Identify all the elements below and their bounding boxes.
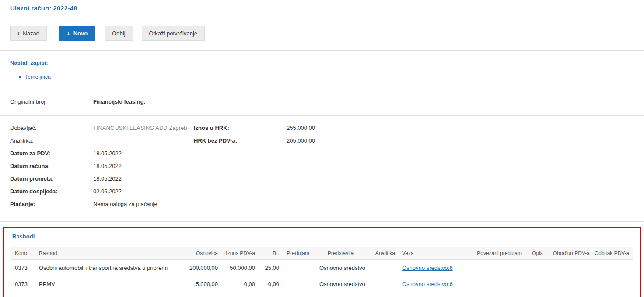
predujam-checkbox[interactable] xyxy=(295,281,301,287)
cell-odbitak-pdv xyxy=(591,260,633,276)
payment-value: Nema naloga za plaćanje xyxy=(93,200,158,209)
cell-opis xyxy=(525,260,550,276)
field-row-vat-date: Datum za PDV: 18.05.2022 xyxy=(10,149,194,158)
cell-iznos-pdv: 0,00 xyxy=(221,276,259,292)
column-header-predujam: Predujam xyxy=(283,247,313,260)
column-header-iznos-pdv: Iznos PDV-a xyxy=(221,247,259,260)
hrk-without-vat-value: 205.000,00 xyxy=(287,136,315,145)
cell-predujam xyxy=(283,276,313,292)
expenses-section-highlighted: Rashodi Konto Rashod Osnovica Iznos PDV-… xyxy=(3,227,641,297)
invoice-details-section: Dobavljač: FINANCIJSKI LEASING ADD Zagre… xyxy=(0,116,644,221)
cell-osnovica: 5.000,00 xyxy=(175,276,221,292)
supplier-value: FINANCIJSKI LEASING ADD Zagreb xyxy=(93,124,187,133)
amount-hrk-value: 255.000,00 xyxy=(287,124,315,133)
cell-konto: 0373 xyxy=(11,276,35,292)
field-label: Iznos u HRK: xyxy=(194,124,287,133)
cell-br: 0,00 xyxy=(259,276,283,292)
list-item: Temeljnica xyxy=(19,73,634,81)
column-header-konto: Konto xyxy=(11,247,35,260)
back-button[interactable]: ‹ Nazad xyxy=(10,26,47,41)
cell-br: 25,00 xyxy=(259,260,283,276)
bullet-icon xyxy=(19,76,21,78)
column-header-osnovica: Osnovica xyxy=(175,247,221,260)
details-right-column: Iznos u HRK: 255.000,00 HRK bez PDV-a: 2… xyxy=(194,124,634,213)
cell-obracun-pdv xyxy=(550,276,591,292)
cell-povezani-predujam xyxy=(471,260,525,276)
field-label: Plaćanje: xyxy=(10,200,93,209)
field-label: Originalni broj: xyxy=(10,98,93,106)
expenses-table: Konto Rashod Osnovica Iznos PDV-a Br. Pr… xyxy=(11,247,633,292)
details-left-column: Dobavljač: FINANCIJSKI LEASING ADD Zagre… xyxy=(10,124,194,213)
veza-link[interactable]: Osnovno sredstvo:6 xyxy=(402,265,453,271)
field-row-invoice-date: Datum računa: 18.05.2022 xyxy=(10,162,194,171)
created-records-section: Nastali zapisi: Temeljnica xyxy=(0,51,644,88)
column-header-br: Br. xyxy=(259,247,283,260)
field-row-hrk-without-vat: HRK bez PDV-a: 205.000,00 xyxy=(194,136,634,145)
cell-analitika xyxy=(368,276,399,292)
cell-povezani-predujam xyxy=(471,276,525,292)
table-row: 0373 Osobni automobili i transportna sre… xyxy=(11,260,633,276)
cell-rashod: Osobni automobili i transportna sredstva… xyxy=(35,260,175,276)
due-date-value: 02.06.2022 xyxy=(93,187,122,196)
cell-iznos-pdv: 50.000,00 xyxy=(221,260,259,276)
field-label: Datum dospijeća: xyxy=(10,187,93,196)
field-row-supplier: Dobavljač: FINANCIJSKI LEASING ADD Zagre… xyxy=(10,124,194,133)
divider xyxy=(0,221,644,222)
cell-analitika xyxy=(368,260,399,276)
cancel-confirmation-button[interactable]: Otkaži potvrđivanje xyxy=(142,26,205,41)
vat-date-value: 18.05.2022 xyxy=(93,149,122,158)
field-row-payment: Plaćanje: Nema naloga za plaćanje xyxy=(10,200,194,209)
cell-predstavlja: Osnovno sredstvo xyxy=(313,260,368,276)
cell-konto: 0373 xyxy=(11,260,35,276)
table-row: 0373 PPMV 5.000,00 0,00 0,00 Osnovno sre… xyxy=(11,276,633,292)
column-header-opis: Opis xyxy=(525,247,550,260)
original-number-section: Originalni broj: Financijski leasing. xyxy=(0,88,644,115)
field-label: Dobavljač: xyxy=(10,124,93,133)
field-label: Datum prometa: xyxy=(10,175,93,183)
cell-opis xyxy=(525,276,550,292)
field-row-original-number: Originalni broj: Financijski leasing. xyxy=(10,98,634,106)
cell-predstavlja: Osnovno sredstvo xyxy=(313,276,368,292)
field-label: Analitika: xyxy=(10,136,93,145)
column-header-rashod: Rashod xyxy=(35,247,175,260)
field-row-due-date: Datum dospijeća: 02.06.2022 xyxy=(10,187,194,196)
back-button-label: Nazad xyxy=(23,30,39,37)
column-header-povezani-predujam: Povezani predujam xyxy=(471,247,525,260)
plus-icon: + xyxy=(66,30,70,37)
cell-predujam xyxy=(283,260,313,276)
cell-rashod: PPMV xyxy=(35,276,175,292)
reject-button-label: Odbij xyxy=(112,30,125,37)
toolbar: ‹ Nazad + Novo Odbij Otkaži potvrđivanje xyxy=(0,16,644,50)
column-header-veza: Veza xyxy=(399,247,471,260)
field-row-analytics: Analitika: xyxy=(10,136,194,145)
column-header-analitika: Analitika xyxy=(368,247,399,260)
transaction-date-value: 18.05.2022 xyxy=(93,175,122,183)
column-header-predstavlja: Predstavlja xyxy=(313,247,368,260)
cell-odbitak-pdv xyxy=(591,276,633,292)
predujam-checkbox[interactable] xyxy=(295,265,301,271)
page-header: Ulazni račun: 2022-48 xyxy=(0,0,644,16)
cell-veza: Osnovno sredstvo:6 xyxy=(399,276,471,292)
field-row-amount-hrk: Iznos u HRK: 255.000,00 xyxy=(194,124,634,133)
created-records-list: Temeljnica xyxy=(10,73,634,81)
temeljnica-link[interactable]: Temeljnica xyxy=(25,74,51,80)
cell-osnovica: 200.000,00 xyxy=(175,260,221,276)
column-header-obracun-pdv: Obračun PDV-a xyxy=(550,247,591,260)
reject-button[interactable]: Odbij xyxy=(105,26,133,41)
veza-link[interactable]: Osnovno sredstvo:6 xyxy=(402,281,453,287)
cell-obracun-pdv xyxy=(550,260,591,276)
table-header-row: Konto Rashod Osnovica Iznos PDV-a Br. Pr… xyxy=(11,247,633,260)
page-title: Ulazni račun: 2022-48 xyxy=(10,4,634,12)
field-row-transaction-date: Datum prometa: 18.05.2022 xyxy=(10,175,194,183)
field-label: HRK bez PDV-a: xyxy=(194,136,287,145)
cell-veza: Osnovno sredstvo:6 xyxy=(399,260,471,276)
expenses-heading: Rashodi xyxy=(11,233,633,240)
column-header-odbitak-pdv: Odbitak PDV-a xyxy=(591,247,633,260)
cancel-confirmation-button-label: Otkaži potvrđivanje xyxy=(149,30,198,37)
new-button-label: Novo xyxy=(74,30,88,37)
field-label: Datum računa: xyxy=(10,162,93,171)
created-records-heading: Nastali zapisi: xyxy=(10,59,634,66)
new-button[interactable]: + Novo xyxy=(59,26,95,41)
field-label: Datum za PDV: xyxy=(10,149,93,158)
invoice-date-value: 18.05.2022 xyxy=(93,162,122,171)
